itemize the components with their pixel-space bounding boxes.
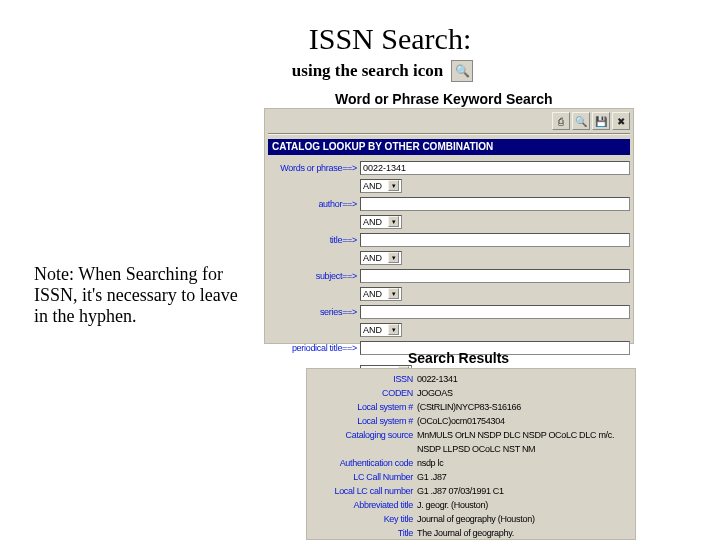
author-label: author==> [268, 199, 360, 209]
bool-op-select-4[interactable]: AND ▾ [360, 287, 402, 301]
chevron-down-icon: ▾ [388, 288, 399, 299]
coden-value: JOGOAS [417, 388, 453, 398]
fulltitle-value: The Journal of geography. [417, 528, 514, 538]
save-icon[interactable]: 💾 [592, 112, 610, 130]
chevron-down-icon: ▾ [388, 216, 399, 227]
catsrc2-value: NSDP LLPSD OCoLC NST NM [417, 444, 535, 454]
locallc-value: G1 .J87 07/03/1991 C1 [417, 486, 504, 496]
binoculars-icon[interactable]: 🔍 [572, 112, 590, 130]
divider [268, 133, 630, 135]
result-row: Cataloging sourceMnMULS OrLN NSDP DLC NS… [307, 430, 635, 444]
results-content: ISSN0022-1341 CODENJOGOAS Local system #… [307, 369, 635, 540]
words-phrase-label: Words or phrase==> [268, 163, 360, 173]
fulltitle-label: Title [307, 528, 417, 538]
author-input[interactable] [360, 197, 630, 211]
bool-op-value: AND [363, 289, 382, 299]
authcode-value: nsdp lc [417, 458, 443, 468]
keytitle-value: Journal of geography (Houston) [417, 514, 535, 524]
close-icon[interactable]: ✖ [612, 112, 630, 130]
localsys1-label: Local system # [307, 402, 417, 412]
lookup-form: Words or phrase==> AND ▾ author==> AND ▾… [268, 159, 630, 381]
catsrc-label: Cataloging source [307, 430, 417, 440]
result-row: Key titleJournal of geography (Houston) [307, 514, 635, 528]
result-row: CODENJOGOAS [307, 388, 635, 402]
series-input[interactable] [360, 305, 630, 319]
catalog-lookup-panel: ⎙ 🔍 💾 ✖ CATALOG LOOKUP BY OTHER COMBINAT… [264, 108, 634, 344]
result-row: LC Call NumberG1 .J87 [307, 472, 635, 486]
locallc-label: Local LC call number [307, 486, 417, 496]
title-label: title==> [268, 235, 360, 245]
bool-op-value: AND [363, 253, 382, 263]
keytitle-label: Key title [307, 514, 417, 524]
periodical-title-label: periodical title==> [268, 343, 360, 353]
localsys2-value: (OCoLC)ocm01754304 [417, 416, 505, 426]
print-icon[interactable]: ⎙ [552, 112, 570, 130]
lccall-label: LC Call Number [307, 472, 417, 482]
result-row: Local LC call numberG1 .J87 07/03/1991 C… [307, 486, 635, 500]
subject-label: subject==> [268, 271, 360, 281]
chevron-down-icon: ▾ [388, 252, 399, 263]
subtitle-text: using the search icon [292, 61, 443, 81]
bool-op-value: AND [363, 325, 382, 335]
panel2-heading: Search Results [408, 350, 509, 366]
chevron-down-icon: ▾ [388, 180, 399, 191]
issn-label: ISSN [307, 374, 417, 384]
words-phrase-input[interactable] [360, 161, 630, 175]
result-row: TitleThe Journal of geography. [307, 528, 635, 540]
result-row: NSDP LLPSD OCoLC NST NM [307, 444, 635, 458]
search-icon[interactable]: 🔍 [451, 60, 473, 82]
subject-input[interactable] [360, 269, 630, 283]
panel1-header-bar: CATALOG LOOKUP BY OTHER COMBINATION [268, 139, 630, 155]
series-label: series==> [268, 307, 360, 317]
authcode-label: Authentication code [307, 458, 417, 468]
result-row: Authentication codensdp lc [307, 458, 635, 472]
bool-op-select-5[interactable]: AND ▾ [360, 323, 402, 337]
catsrc-value: MnMULS OrLN NSDP DLC NSDP OCoLC DLC m/c. [417, 430, 614, 440]
bool-op-select-3[interactable]: AND ▾ [360, 251, 402, 265]
note-text: Note: When Searching for ISSN, it's nece… [34, 264, 254, 328]
lccall-value: G1 .J87 [417, 472, 446, 482]
result-row: Local system #(CStRLIN)NYCP83-S16166 [307, 402, 635, 416]
subtitle-row: using the search icon 🔍 [45, 60, 720, 82]
chevron-down-icon: ▾ [388, 324, 399, 335]
issn-value: 0022-1341 [417, 374, 457, 384]
bool-op-value: AND [363, 181, 382, 191]
abbrtitle-label: Abbreviated title [307, 500, 417, 510]
coden-label: CODEN [307, 388, 417, 398]
result-row: Abbreviated titleJ. geogr. (Houston) [307, 500, 635, 514]
panel1-heading: Word or Phrase Keyword Search [335, 91, 553, 107]
bool-op-select-2[interactable]: AND ▾ [360, 215, 402, 229]
localsys1-value: (CStRLIN)NYCP83-S16166 [417, 402, 521, 412]
bool-op-value: AND [363, 217, 382, 227]
page-title: ISSN Search: [60, 22, 720, 56]
panel1-toolbar: ⎙ 🔍 💾 ✖ [552, 112, 630, 130]
result-row: ISSN0022-1341 [307, 374, 635, 388]
title-input[interactable] [360, 233, 630, 247]
localsys2-label: Local system # [307, 416, 417, 426]
result-row: Local system #(OCoLC)ocm01754304 [307, 416, 635, 430]
search-results-panel: ISSN0022-1341 CODENJOGOAS Local system #… [306, 368, 636, 540]
abbrtitle-value: J. geogr. (Houston) [417, 500, 488, 510]
bool-op-select-1[interactable]: AND ▾ [360, 179, 402, 193]
